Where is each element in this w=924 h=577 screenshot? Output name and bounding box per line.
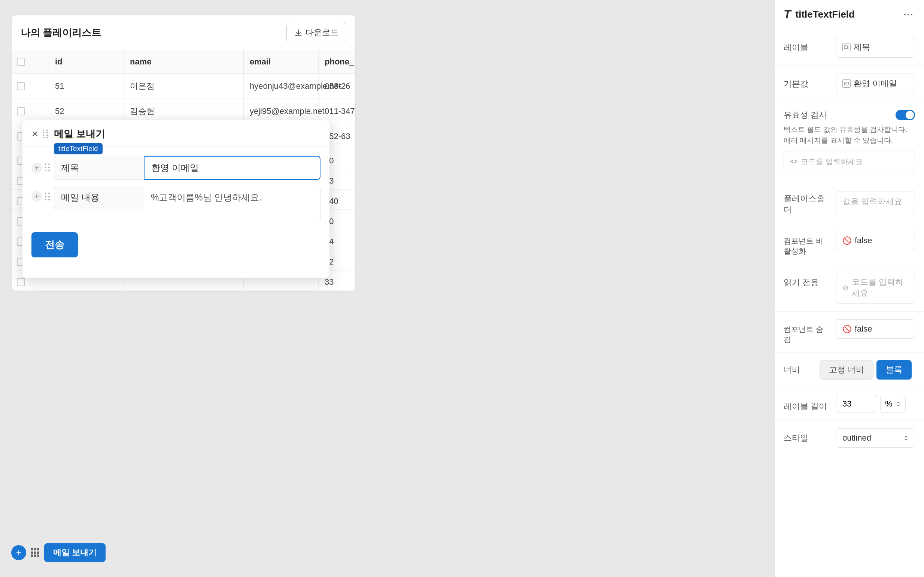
validation-placeholder-text: 코드를 입력하세요	[801, 156, 863, 167]
col-drag	[31, 50, 49, 73]
hidden-label: 컴포넌트 숨김	[784, 319, 829, 345]
column-headers: id name email phone_	[11, 50, 355, 74]
svg-point-1	[908, 14, 909, 15]
label-field-label: 레이블	[784, 37, 829, 53]
label-length-label: 레이블 길이	[784, 396, 829, 412]
validation-section: 유효성 검사 텍스트 필드 값의 유효성을 검사합니다. 에러 메시지를 표시할…	[775, 102, 924, 180]
body-row: + 메일 내용 %고객이름%님 안녕하세요.	[31, 186, 320, 223]
row-id-1: 51	[49, 74, 124, 98]
col-id: id	[49, 50, 124, 73]
row-checkbox-1[interactable]	[11, 74, 31, 98]
hidden-control: 🚫 false	[836, 319, 915, 339]
unit-selector[interactable]: %	[880, 395, 906, 413]
readonly-section: 읽기 전용 ⊘ 코드를 입력하세요	[775, 264, 924, 312]
subject-drag[interactable]	[45, 163, 51, 172]
disabled-section: 컴포넌트 비활성화 🚫 false	[775, 223, 924, 264]
validation-description: 텍스트 필드 값의 유효성을 검사합니다. 에러 메시지를 표시할 수 있습니다…	[784, 124, 915, 146]
row-phone-1: 053-26	[318, 74, 356, 98]
fixed-width-option[interactable]: 고정 너비	[820, 360, 873, 380]
svg-point-0	[904, 14, 906, 15]
header-checkbox[interactable]	[17, 58, 25, 66]
disabled-value-text: false	[855, 236, 872, 245]
style-label: 스타일	[784, 432, 829, 443]
hidden-value-box[interactable]: 🚫 false	[836, 319, 915, 339]
hidden-section: 컴포넌트 숨김 🚫 false	[775, 312, 924, 353]
disabled-icon: 🚫	[842, 236, 852, 245]
placeholder-label: 플레이스홀더	[784, 188, 829, 216]
width-header: 너비 고정 너비 블록	[784, 360, 915, 380]
validation-code-input[interactable]: <> 코드를 입력하세요	[784, 151, 915, 172]
col-name: name	[124, 50, 244, 73]
hidden-icon: 🚫	[842, 324, 852, 334]
col-checkbox	[11, 50, 31, 73]
readonly-label: 읽기 전용	[784, 272, 829, 288]
modal-body: + 제목 환영 이메일 titleTextField +	[22, 147, 329, 266]
placeholder-section: 플레이스홀더 값을 입력하세요	[775, 180, 924, 223]
body-label: 메일 내용	[54, 186, 144, 209]
chevron-updown-icon	[895, 401, 901, 406]
default-value-box[interactable]: 환영 이메일	[836, 73, 915, 94]
table-row: 51 이은정 hyeonju43@example.net 053-26	[11, 74, 355, 99]
right-panel: T titleTextField 레이블 제목	[774, 0, 924, 577]
bottom-nav: + 메일 보내기	[11, 543, 106, 562]
readonly-placeholder-text: 코드를 입력하세요	[852, 277, 909, 299]
readonly-input[interactable]: ⊘ 코드를 입력하세요	[836, 272, 915, 304]
default-value-control: 환영 이메일	[836, 73, 915, 94]
table-header: 나의 플레이리스트 다운로드	[11, 15, 355, 50]
svg-rect-3	[844, 46, 847, 49]
style-selector[interactable]: outlined	[836, 428, 915, 448]
disabled-value-box[interactable]: 🚫 false	[836, 231, 915, 250]
grid-icon[interactable]	[31, 548, 40, 557]
input-icon	[844, 81, 849, 86]
submit-button[interactable]: 전송	[31, 232, 78, 258]
table-title: 나의 플레이리스트	[21, 26, 101, 39]
tag-icon	[844, 45, 849, 50]
col-email: email	[244, 50, 318, 73]
label-value-box[interactable]: 제목	[836, 37, 915, 58]
default-value-icon	[842, 79, 851, 88]
block-width-option[interactable]: 블록	[876, 360, 912, 380]
subject-value[interactable]: 환영 이메일	[144, 156, 320, 180]
modal-drag-handle[interactable]	[43, 130, 50, 139]
close-icon[interactable]: ✕	[31, 129, 38, 139]
label-section: 레이블 제목	[775, 29, 924, 66]
style-value-text: outlined	[842, 433, 871, 443]
label-control: 제목	[836, 37, 915, 58]
subject-text: 환영 이메일	[151, 162, 199, 174]
width-label: 너비	[784, 364, 813, 376]
download-label: 다운로드	[305, 27, 339, 38]
title-field-icon: T	[784, 8, 791, 21]
row-drag-1	[31, 74, 49, 98]
default-value-section: 기본값 환영 이메일	[775, 66, 924, 102]
tooltip-badge: titleTextField	[54, 143, 103, 155]
disabled-control: 🚫 false	[836, 231, 915, 250]
readonly-icon: ⊘	[842, 283, 849, 292]
ellipsis-icon	[904, 13, 913, 16]
download-button[interactable]: 다운로드	[286, 23, 346, 42]
width-options: 고정 너비 블록	[820, 360, 912, 380]
add-body-btn[interactable]: +	[31, 191, 42, 201]
col-phone: phone_	[318, 50, 356, 73]
more-options-button[interactable]	[902, 8, 915, 21]
placeholder-input[interactable]: 값을 입력하세요	[836, 191, 915, 212]
label-length-controls: %	[836, 395, 906, 413]
subject-field-container: 제목 환영 이메일 titleTextField	[54, 156, 320, 180]
body-value[interactable]: %고객이름%님 안녕하세요.	[144, 186, 320, 223]
panel-component-name: titleTextField	[795, 9, 897, 20]
validation-toggle[interactable]	[895, 110, 915, 120]
subject-row: + 제목 환영 이메일 titleTextField	[31, 156, 320, 180]
placeholder-control: 값을 입력하세요	[836, 191, 915, 212]
add-component-button[interactable]: +	[11, 545, 26, 560]
code-icon: <>	[790, 158, 798, 166]
label-length-input[interactable]	[836, 395, 877, 413]
unit-text: %	[885, 399, 893, 409]
validation-header: 유효성 검사	[784, 110, 915, 121]
label-box-icon	[842, 43, 851, 52]
body-drag[interactable]	[45, 193, 51, 201]
bottom-nav-label[interactable]: 메일 보내기	[44, 543, 106, 562]
default-value-text: 환영 이메일	[853, 78, 897, 89]
validation-label: 유효성 검사	[784, 110, 827, 121]
add-field-btn[interactable]: +	[31, 163, 42, 173]
hidden-value-text: false	[855, 324, 872, 334]
download-icon	[294, 29, 302, 37]
